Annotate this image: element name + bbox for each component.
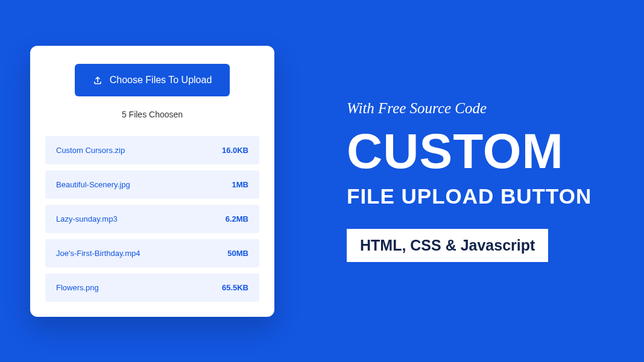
tech-badge: HTML, CSS & Javascript	[347, 229, 548, 262]
promo-title: CUSTOM	[347, 126, 592, 176]
file-name: Lazy-sunday.mp3	[56, 214, 118, 223]
file-name: Beautiful-Scenery.jpg	[56, 180, 130, 189]
file-size: 6.2MB	[226, 214, 248, 223]
file-name: Custom Cursors.zip	[56, 146, 125, 155]
choose-files-label: Choose Files To Upload	[110, 75, 212, 86]
upload-card: Choose Files To Upload 5 Files Choosen C…	[30, 46, 274, 317]
file-size: 16.0KB	[222, 146, 248, 155]
file-size: 50MB	[227, 249, 248, 258]
file-list: Custom Cursors.zip 16.0KB Beautiful-Scen…	[45, 136, 259, 302]
promo-subtitle: FILE UPLOAD BUTTON	[347, 184, 592, 208]
file-item: Custom Cursors.zip 16.0KB	[45, 136, 259, 164]
file-item: Beautiful-Scenery.jpg 1MB	[45, 170, 259, 199]
files-count-text: 5 Files Choosen	[45, 110, 259, 119]
upload-icon	[93, 75, 103, 85]
file-item: Lazy-sunday.mp3 6.2MB	[45, 205, 259, 233]
file-item: Flowers.png 65.5KB	[45, 273, 259, 302]
choose-files-button[interactable]: Choose Files To Upload	[75, 64, 230, 96]
file-size: 1MB	[232, 180, 248, 189]
promo-tagline: With Free Source Code	[347, 100, 592, 117]
promo-section: With Free Source Code CUSTOM FILE UPLOAD…	[347, 100, 592, 262]
file-item: Joe's-First-Birthday.mp4 50MB	[45, 239, 259, 267]
file-size: 65.5KB	[222, 283, 248, 292]
file-name: Flowers.png	[56, 283, 99, 292]
file-name: Joe's-First-Birthday.mp4	[56, 249, 140, 258]
